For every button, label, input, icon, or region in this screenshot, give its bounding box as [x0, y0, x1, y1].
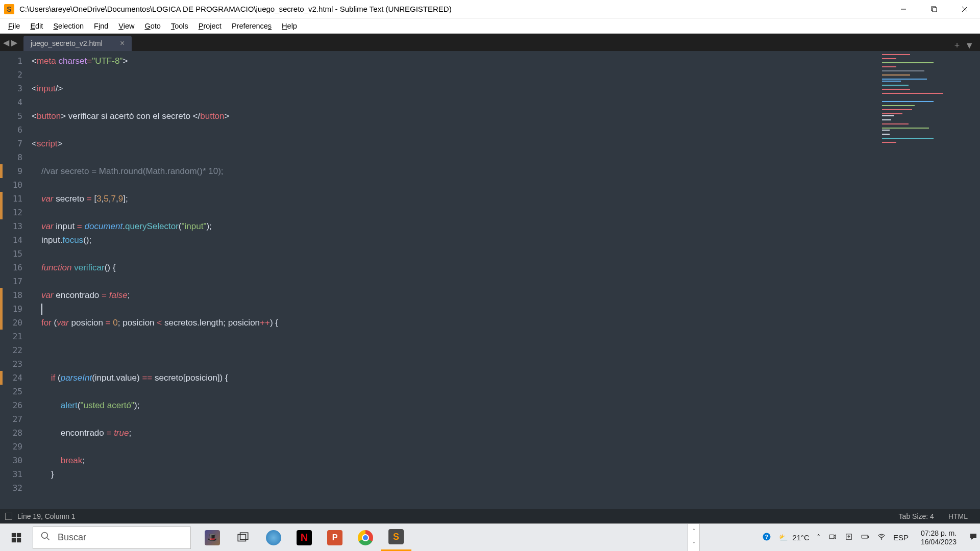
line-number: 28 — [0, 426, 32, 440]
line-number: 9 — [0, 164, 32, 178]
tray-battery-icon[interactable] — [861, 532, 870, 543]
taskbar-app-hat[interactable]: 🎩 — [197, 524, 228, 551]
svg-point-9 — [42, 533, 48, 539]
line-number: 7 — [0, 137, 32, 151]
taskbar-app-netflix[interactable]: N — [289, 524, 320, 551]
close-tab-icon[interactable]: × — [120, 39, 125, 48]
svg-rect-5 — [12, 533, 16, 537]
svg-text:?: ? — [765, 534, 768, 540]
line-number: 22 — [0, 343, 32, 357]
weather-icon: ⛅ — [778, 533, 788, 542]
taskbar-app-taskview[interactable] — [228, 524, 258, 551]
window-controls — [888, 0, 980, 18]
minimap[interactable] — [878, 51, 980, 509]
nav-forward-icon[interactable]: ▶ — [11, 38, 17, 47]
line-number: 11 — [0, 192, 32, 206]
taskbar-app-ie[interactable] — [258, 524, 289, 551]
window-titlebar: S C:\Users\areye\OneDrive\Documentos\LOG… — [0, 0, 980, 18]
new-tab-icon[interactable]: + — [954, 40, 960, 51]
nav-back-icon[interactable]: ◀ — [3, 38, 9, 47]
line-number-gutter: 1234567891011121314151617181920212223242… — [0, 51, 32, 509]
svg-rect-17 — [862, 535, 868, 538]
statusbar: Line 19, Column 1 Tab Size: 4 HTML — [0, 509, 980, 523]
svg-rect-7 — [12, 538, 16, 542]
tray-update-icon[interactable] — [844, 532, 853, 543]
tray-wifi-icon[interactable] — [877, 532, 886, 543]
windows-taskbar: Buscar 🎩 N P S ˄˅ ? ⛅ 21°C ˄ ESP 07:28 p… — [0, 523, 980, 551]
line-number: 26 — [0, 398, 32, 412]
line-number: 21 — [0, 330, 32, 343]
cursor-position[interactable]: Line 19, Column 1 — [17, 512, 76, 520]
tray-language[interactable]: ESP — [893, 533, 909, 542]
line-number: 4 — [0, 95, 32, 109]
file-tab[interactable]: juego_secreto_v2.html × — [23, 36, 132, 51]
maximize-button[interactable] — [919, 0, 949, 18]
tray-time: 07:28 p. m. — [921, 529, 957, 538]
search-icon — [40, 531, 51, 544]
tab-size[interactable]: Tab Size: 4 — [892, 512, 941, 520]
line-number: 32 — [0, 481, 32, 495]
line-number: 3 — [0, 82, 32, 95]
menu-view[interactable]: View — [113, 20, 139, 32]
line-number: 27 — [0, 412, 32, 426]
tab-dropdown-icon[interactable]: ▼ — [965, 40, 974, 51]
menu-tools[interactable]: Tools — [166, 20, 193, 32]
line-number: 1 — [0, 54, 32, 68]
start-button[interactable] — [0, 524, 33, 551]
tray-notifications-icon[interactable] — [969, 532, 978, 543]
tray-meet-icon[interactable] — [828, 532, 837, 543]
menu-help[interactable]: Help — [277, 20, 302, 32]
menu-goto[interactable]: Goto — [139, 20, 165, 32]
tray-clock[interactable]: 07:28 p. m. 16/04/2023 — [916, 529, 962, 546]
svg-rect-2 — [933, 8, 937, 12]
taskbar-app-sublime[interactable]: S — [381, 524, 411, 551]
line-number: 23 — [0, 357, 32, 371]
menu-find[interactable]: Find — [89, 20, 113, 32]
line-number: 20 — [0, 316, 32, 330]
editor: 1234567891011121314151617181920212223242… — [0, 51, 980, 509]
taskbar-app-chrome[interactable] — [350, 524, 381, 551]
line-number: 17 — [0, 274, 32, 288]
svg-rect-18 — [868, 536, 869, 538]
line-number: 6 — [0, 123, 32, 137]
line-number: 16 — [0, 261, 32, 274]
line-number: 30 — [0, 454, 32, 467]
line-number: 19 — [0, 302, 32, 316]
menu-selection[interactable]: Selection — [48, 20, 89, 32]
svg-line-10 — [47, 538, 50, 540]
line-number: 29 — [0, 440, 32, 454]
line-number: 10 — [0, 178, 32, 192]
file-tab-label: juego_secreto_v2.html — [31, 39, 103, 47]
menu-project[interactable]: Project — [193, 20, 227, 32]
close-button[interactable] — [949, 0, 980, 18]
line-number: 31 — [0, 467, 32, 481]
tab-controls: + ▼ — [948, 40, 980, 51]
tray-help-icon[interactable]: ? — [762, 532, 771, 543]
svg-point-19 — [881, 539, 882, 540]
line-number: 13 — [0, 219, 32, 233]
line-number: 2 — [0, 68, 32, 82]
panel-switcher-icon[interactable] — [5, 513, 12, 520]
line-number: 12 — [0, 206, 32, 219]
line-number: 18 — [0, 288, 32, 302]
tray-date: 16/04/2023 — [921, 538, 957, 546]
tray-weather[interactable]: ⛅ 21°C — [778, 533, 810, 542]
line-number: 14 — [0, 233, 32, 247]
menu-file[interactable]: File — [3, 20, 25, 32]
sublime-app-icon: S — [4, 4, 14, 14]
menubar: File Edit Selection Find View Goto Tools… — [0, 18, 980, 34]
syntax-type[interactable]: HTML — [941, 512, 975, 520]
menu-edit[interactable]: Edit — [25, 20, 48, 32]
minimize-button[interactable] — [888, 0, 919, 18]
svg-rect-6 — [17, 533, 21, 537]
taskbar-scroll[interactable]: ˄˅ — [688, 524, 700, 551]
tray-overflow-icon[interactable]: ˄ — [817, 533, 821, 542]
svg-rect-11 — [238, 534, 246, 541]
line-number: 5 — [0, 109, 32, 123]
taskbar-app-powerpoint[interactable]: P — [320, 524, 350, 551]
code-area[interactable]: <meta charset="UTF-8"> <input/> <button>… — [32, 51, 878, 509]
tab-bar: ◀ ▶ juego_secreto_v2.html × + ▼ — [0, 34, 980, 51]
menu-preferences[interactable]: Preferences — [227, 20, 277, 32]
line-number: 8 — [0, 151, 32, 164]
taskbar-search[interactable]: Buscar — [33, 527, 191, 549]
